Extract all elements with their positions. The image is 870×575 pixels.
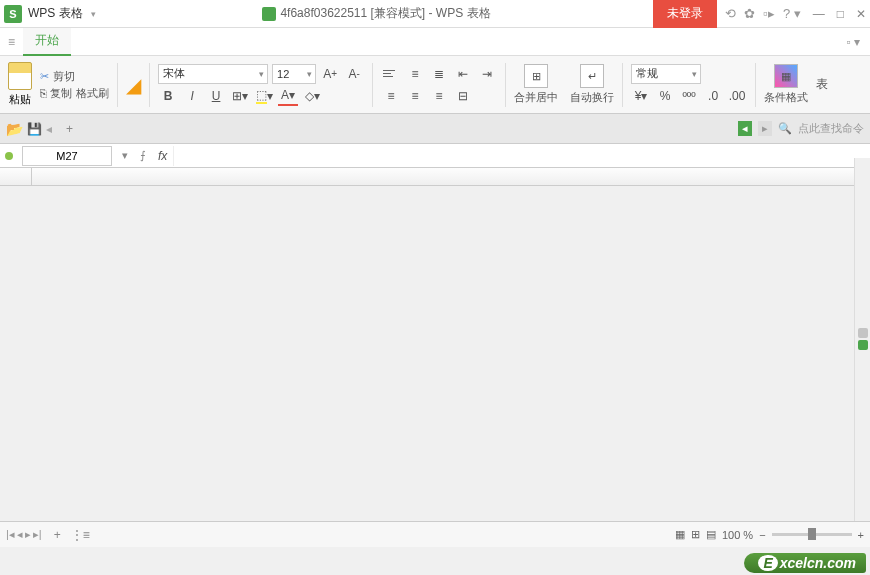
underline-button[interactable]: U — [206, 86, 226, 106]
sheet-area — [0, 168, 870, 186]
align-bottom-button[interactable]: ≣ — [429, 64, 449, 84]
watermark: Excelcn.com — [744, 553, 866, 573]
fill-color-button[interactable]: ⬚▾ — [254, 86, 274, 106]
cond-format-icon: ▦ — [774, 64, 798, 88]
doc-icon — [262, 7, 276, 21]
decrease-font-button[interactable]: A- — [344, 64, 364, 84]
percent-button[interactable]: % — [655, 86, 675, 106]
comma-button[interactable]: ººº — [679, 86, 699, 106]
hamburger-icon[interactable]: ≡ — [0, 35, 23, 49]
paste-button[interactable]: 粘贴 — [6, 60, 34, 109]
wrap-text-button[interactable]: ↵ 自动换行 — [566, 64, 618, 105]
number-format-select[interactable]: 常规 — [631, 64, 701, 84]
view-page-icon[interactable]: ⊞ — [691, 528, 700, 541]
select-all-corner[interactable] — [0, 168, 32, 185]
formula-bar: ▾ ⨍ fx — [0, 144, 870, 168]
vertical-scrollbar[interactable] — [854, 158, 870, 547]
inc-decimal-button[interactable]: .0 — [703, 86, 723, 106]
sheet-nav-next[interactable]: ▸ — [25, 528, 31, 541]
sheet-list-button[interactable]: ⋮≡ — [71, 528, 90, 542]
merge-split-button[interactable]: ⊟ — [453, 86, 473, 106]
window-controls: — □ ✕ — [813, 7, 866, 21]
merge-icon: ⊞ — [524, 64, 548, 88]
zoom-in-button[interactable]: + — [858, 529, 864, 541]
save-icon[interactable]: 💾 — [27, 122, 42, 136]
indent-right-button[interactable]: ⇥ — [477, 64, 497, 84]
align-middle-button[interactable]: ≡ — [405, 64, 425, 84]
search-icon[interactable]: 🔍 — [778, 122, 792, 135]
increase-font-button[interactable]: A+ — [320, 64, 340, 84]
name-box[interactable] — [22, 146, 112, 166]
status-bar: |◂ ◂ ▸ ▸| + ⋮≡ ▦ ⊞ ▤ 100 % − + — [0, 521, 870, 547]
merge-center-button[interactable]: ⊞ 合并居中 — [510, 64, 562, 105]
cut-button[interactable]: ✂剪切 — [40, 69, 109, 84]
view-layout-icon[interactable]: ▤ — [706, 528, 716, 541]
font-size-select[interactable]: 12 — [272, 64, 316, 84]
align-left-button[interactable]: ≡ — [381, 86, 401, 106]
window-title: 4f6a8f03622511 [兼容模式] - WPS 表格 — [280, 5, 490, 22]
italic-button[interactable]: I — [182, 86, 202, 106]
ribbon: 粘贴 ✂剪切 ⎘ 复制 格式刷 ◢ 宋体 12 A+ A- B I U ⊞▾ ⬚… — [0, 56, 870, 114]
add-tab-button[interactable]: + — [60, 122, 79, 136]
formula-input[interactable] — [173, 146, 870, 166]
menu-overflow[interactable]: ▫ ▾ — [836, 35, 870, 49]
title-center: 4f6a8f03622511 [兼容模式] - WPS 表格 — [100, 5, 654, 22]
status-led — [0, 152, 18, 160]
skin-icon[interactable]: ▫▸ — [763, 6, 775, 21]
title-tools: ⟲ ✿ ▫▸ ? ▾ — [725, 6, 800, 21]
app-name: WPS 表格 — [28, 5, 83, 22]
add-sheet-button[interactable]: + — [46, 528, 69, 542]
file-tab-bar: 📂 💾 ◂ + ◂ ▸ 🔍 点此查找命令 — [0, 114, 870, 144]
title-bar: S WPS 表格 ▾ 4f6a8f03622511 [兼容模式] - WPS 表… — [0, 0, 870, 28]
align-right-button[interactable]: ≡ — [429, 86, 449, 106]
sheet-nav-prev[interactable]: ◂ — [17, 528, 23, 541]
sheet-nav-first[interactable]: |◂ — [6, 528, 15, 541]
login-button[interactable]: 未登录 — [653, 0, 717, 28]
zoom-slider[interactable] — [772, 533, 852, 536]
highlighter-button[interactable]: ◢ — [122, 73, 145, 97]
column-headers — [0, 168, 870, 186]
search-hint[interactable]: 点此查找命令 — [798, 121, 864, 136]
currency-button[interactable]: ¥▾ — [631, 86, 651, 106]
scroll-thumb[interactable] — [858, 328, 868, 338]
app-logo: S — [4, 5, 22, 23]
zoom-pct[interactable]: 100 % — [722, 529, 753, 541]
menu-开始[interactable]: 开始 — [23, 28, 71, 56]
sync-icon[interactable]: ⟲ — [725, 6, 736, 21]
zoom-out-button[interactable]: − — [759, 529, 765, 541]
open-folder-icon[interactable]: 📂 — [6, 121, 23, 137]
font-name-select[interactable]: 宋体 — [158, 64, 268, 84]
sheet-nav-last[interactable]: ▸| — [33, 528, 42, 541]
tab-nav-right[interactable]: ▸ — [758, 121, 772, 136]
close-button[interactable]: ✕ — [856, 7, 866, 21]
cond-format-button[interactable]: ▦ 条件格式 — [760, 64, 812, 105]
fx-label: fx — [152, 149, 173, 163]
tab-prev-icon[interactable]: ◂ — [46, 122, 52, 136]
tab-nav-left[interactable]: ◂ — [738, 121, 752, 136]
maximize-button[interactable]: □ — [837, 7, 844, 21]
copy-button[interactable]: ⎘ 复制 — [40, 86, 72, 101]
fx-insert-icon[interactable]: ⨍ — [134, 149, 152, 162]
indent-left-button[interactable]: ⇤ — [453, 64, 473, 84]
format-brush-button[interactable]: 格式刷 — [76, 86, 109, 101]
wrap-icon: ↵ — [580, 64, 604, 88]
minimize-button[interactable]: — — [813, 7, 825, 21]
view-normal-icon[interactable]: ▦ — [675, 528, 685, 541]
align-top-button[interactable] — [381, 64, 401, 84]
clipboard-icon — [8, 62, 32, 90]
app-menu-dd[interactable]: ▾ — [91, 9, 96, 19]
clear-format-button[interactable]: ◇▾ — [302, 86, 322, 106]
help-icon[interactable]: ? ▾ — [783, 6, 801, 21]
scroll-marker — [858, 340, 868, 350]
bold-button[interactable]: B — [158, 86, 178, 106]
align-center-button[interactable]: ≡ — [405, 86, 425, 106]
menu-bar: ≡ 开始 ▫ ▾ — [0, 28, 870, 56]
settings-icon[interactable]: ✿ — [744, 6, 755, 21]
font-color-button[interactable]: A▾ — [278, 86, 298, 106]
dec-decimal-button[interactable]: .00 — [727, 86, 747, 106]
namebox-dd[interactable]: ▾ — [116, 149, 134, 162]
border-button[interactable]: ⊞▾ — [230, 86, 250, 106]
